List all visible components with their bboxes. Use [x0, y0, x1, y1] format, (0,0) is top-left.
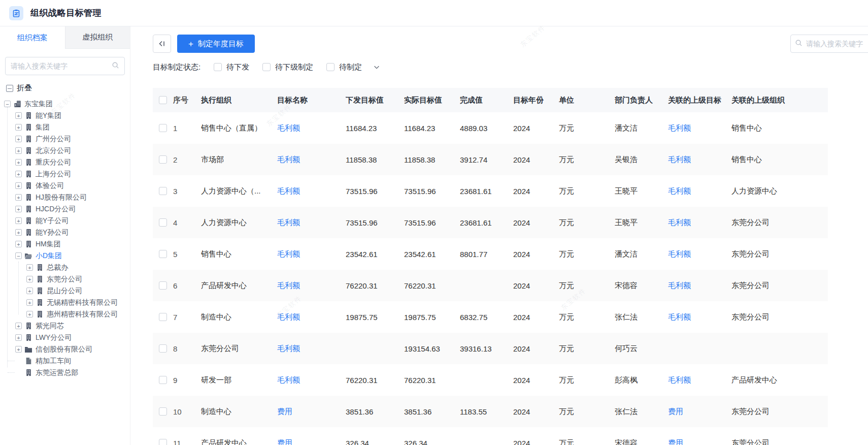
cell-goal-link[interactable]: 毛利额	[277, 186, 346, 196]
tree-item[interactable]: + 能Y孙公司	[0, 227, 130, 238]
filter-checkbox[interactable]	[214, 63, 222, 71]
filter-checkbox[interactable]	[326, 63, 335, 71]
cell-goal-link[interactable]: 毛利额	[277, 218, 346, 228]
cell-goal-link[interactable]: 毛利额	[277, 312, 346, 322]
row-checkbox[interactable]	[159, 344, 167, 353]
tree-item[interactable]: + 总裁办	[0, 262, 130, 273]
sidebar-search-input[interactable]	[11, 62, 112, 70]
cell-goal-link[interactable]: 毛利额	[277, 123, 346, 133]
expander-icon[interactable]: +	[15, 124, 22, 131]
expander-icon[interactable]: +	[15, 194, 22, 201]
cell-parent-goal-link[interactable]: 毛利额	[668, 186, 731, 196]
table-row[interactable]: 4 人力资源中心 毛利额 73515.96 73515.96 23681.61 …	[153, 207, 828, 238]
tab-org-archive[interactable]: 组织档案	[0, 26, 65, 49]
cell-goal-link[interactable]: 毛利额	[277, 249, 346, 259]
tree-item[interactable]: + 无锡精密科技有限公司	[0, 297, 130, 308]
table-row[interactable]: 7 制造中心 毛利额 19875.75 19875.75 6832.75 202…	[153, 301, 828, 333]
table-row[interactable]: 11 产品研发中心 费用 326.34 326.34 2024 万元 宋德容 费…	[153, 427, 828, 445]
table-row[interactable]: 8 东莞分公司 毛利额 193154.63 39316.13 2024 万元 何…	[153, 333, 828, 364]
filter-option[interactable]: 待下级制定	[262, 62, 313, 72]
tree-item[interactable]: + 集团	[0, 121, 130, 133]
tree-item[interactable]: + 紫光同芯	[0, 320, 130, 332]
create-annual-goal-button[interactable]: + 制定年度目标	[177, 35, 255, 53]
expander-icon[interactable]: +	[15, 206, 22, 212]
expander-icon[interactable]: +	[15, 159, 22, 166]
expander-icon[interactable]: +	[15, 323, 22, 329]
row-checkbox[interactable]	[159, 281, 167, 290]
filter-option[interactable]: 待下发	[214, 62, 249, 72]
row-checkbox[interactable]	[159, 250, 167, 258]
cell-goal-link[interactable]: 毛利额	[277, 344, 346, 354]
tree-item[interactable]: + HJ股份有限公司	[0, 192, 130, 203]
expander-icon[interactable]: +	[26, 264, 33, 271]
expander-icon[interactable]: −	[15, 252, 22, 259]
tree-item[interactable]: − 小D集团	[0, 250, 130, 262]
row-checkbox[interactable]	[159, 407, 167, 416]
row-checkbox[interactable]	[159, 155, 167, 164]
table-row[interactable]: 1 销售中心（直属） 毛利额 11684.23 11684.23 4889.03…	[153, 112, 828, 144]
table-row[interactable]: 10 制造中心 费用 3851.36 3851.36 1183.55 2024 …	[153, 396, 828, 427]
row-checkbox[interactable]	[159, 218, 167, 227]
expander-icon[interactable]: +	[15, 171, 22, 177]
tree-item[interactable]: + 北京分公司	[0, 145, 130, 156]
tree-item[interactable]: + 能Y子公司	[0, 215, 130, 227]
tree-item[interactable]: + HJCD分公司	[0, 203, 130, 215]
expander-icon[interactable]: +	[15, 147, 22, 154]
expander-icon[interactable]: +	[15, 182, 22, 189]
expander-icon[interactable]: +	[15, 229, 22, 236]
expander-icon[interactable]: +	[15, 334, 22, 341]
table-row[interactable]: 9 研发一部 毛利额 76220.31 76220.31 2024 万元 彭高枫…	[153, 364, 828, 396]
row-checkbox[interactable]	[159, 376, 167, 384]
collapse-panel-button[interactable]	[153, 35, 171, 53]
expander-icon[interactable]: +	[26, 288, 33, 294]
expander-icon[interactable]: +	[15, 217, 22, 224]
cell-parent-goal-link[interactable]: 毛利额	[668, 123, 731, 133]
tree-item[interactable]: + 能Y集团	[0, 110, 130, 121]
tree-item[interactable]: + 东莞分公司	[0, 273, 130, 285]
tree-item[interactable]: + 广州分公司	[0, 133, 130, 145]
tree-item[interactable]: + 昆山分公司	[0, 285, 130, 297]
tree-item[interactable]: + 信创股份有限公司	[0, 343, 130, 355]
cell-parent-goal-link[interactable]: 毛利额	[668, 218, 731, 228]
table-row[interactable]: 2 市场部 毛利额 11858.38 11858.38 3912.74 2024…	[153, 144, 828, 175]
cell-parent-goal-link[interactable]: 毛利额	[668, 312, 731, 322]
tree-item[interactable]: 东莞运营总部	[0, 367, 130, 378]
row-checkbox[interactable]	[159, 187, 167, 195]
row-checkbox[interactable]	[159, 124, 167, 132]
cell-parent-goal-link[interactable]: 毛利额	[668, 249, 731, 259]
expander-icon[interactable]: +	[15, 346, 22, 353]
tab-virtual-org[interactable]: 虚拟组织	[65, 26, 130, 49]
select-all-checkbox[interactable]	[159, 96, 167, 104]
cell-goal-link[interactable]: 费用	[277, 438, 346, 445]
cell-goal-link[interactable]: 毛利额	[277, 281, 346, 291]
table-search-input[interactable]	[806, 40, 868, 48]
cell-parent-goal-link[interactable]: 费用	[668, 407, 731, 417]
cell-parent-goal-link[interactable]: 毛利额	[668, 281, 731, 291]
cell-parent-goal-link[interactable]: 费用	[668, 438, 731, 445]
tree-item[interactable]: 精加工车间	[0, 355, 130, 367]
cell-goal-link[interactable]: 毛利额	[277, 155, 346, 165]
expander-icon[interactable]: +	[15, 136, 22, 142]
filter-option[interactable]: 待制定	[326, 62, 362, 72]
tree-item[interactable]: + 惠州精密科技有限公司	[0, 308, 130, 320]
cell-goal-link[interactable]: 毛利额	[277, 375, 346, 385]
row-checkbox[interactable]	[159, 439, 167, 445]
table-row[interactable]: 6 产品研发中心 毛利额 76220.31 76220.31 2024 万元 宋…	[153, 270, 828, 301]
tree-item[interactable]: + HM集团	[0, 238, 130, 250]
tree-item[interactable]: − 东宝集团	[0, 98, 130, 110]
tree-item[interactable]: + LWY分公司	[0, 332, 130, 343]
tree-item[interactable]: + 重庆分公司	[0, 156, 130, 168]
filter-checkbox[interactable]	[262, 63, 271, 71]
expander-icon[interactable]: +	[15, 241, 22, 247]
expander-icon[interactable]: +	[26, 311, 33, 317]
table-row[interactable]: 3 人力资源中心（... 毛利额 73515.96 73515.96 23681…	[153, 175, 828, 207]
cell-parent-goal-link[interactable]: 毛利额	[668, 155, 731, 165]
table-row[interactable]: 5 销售中心 毛利额 23542.61 23542.61 8801.77 202…	[153, 238, 828, 270]
chevron-down-icon[interactable]	[373, 63, 380, 71]
expander-icon[interactable]: +	[15, 112, 22, 119]
tree-item[interactable]: + 上海分公司	[0, 168, 130, 180]
cell-parent-goal-link[interactable]: 毛利额	[668, 375, 731, 385]
expander-icon[interactable]: −	[4, 101, 11, 107]
expander-icon[interactable]: +	[26, 276, 33, 282]
cell-goal-link[interactable]: 费用	[277, 407, 346, 417]
